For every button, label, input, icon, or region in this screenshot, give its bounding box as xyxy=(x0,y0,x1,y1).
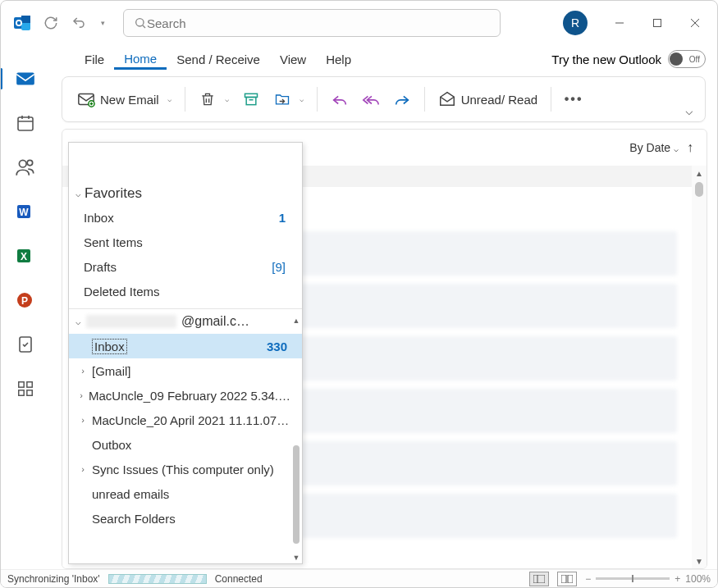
zoom-percent: 100% xyxy=(685,573,711,585)
sync-progress-bar xyxy=(108,574,207,584)
favorite-folder-item[interactable]: Drafts[9] xyxy=(69,254,302,279)
favorite-folder-item[interactable]: Inbox1 xyxy=(69,205,302,230)
tab-view[interactable]: View xyxy=(270,49,316,70)
tab-file[interactable]: File xyxy=(75,49,114,70)
sort-direction-button[interactable]: ↑ xyxy=(687,140,693,155)
account-folder-item[interactable]: ›Sync Issues (This computer only) xyxy=(69,457,302,481)
folder-pane: ⌵ Favorites Inbox1Sent ItemsDrafts[9]Del… xyxy=(68,142,303,564)
rail-todo[interactable] xyxy=(11,330,39,358)
unread-read-button[interactable]: Unread/ Read xyxy=(432,85,544,113)
undo-icon[interactable] xyxy=(68,12,89,34)
svg-rect-18 xyxy=(246,98,256,105)
svg-rect-8 xyxy=(654,20,661,27)
window-controls xyxy=(601,7,714,39)
view-normal-button[interactable] xyxy=(529,572,549,586)
maximize-button[interactable] xyxy=(638,7,676,39)
tab-home[interactable]: Home xyxy=(114,48,167,70)
move-button[interactable]: ⌵ xyxy=(267,85,310,113)
zoom-in-button[interactable]: + xyxy=(675,573,680,585)
new-email-button[interactable]: New Email ⌵ xyxy=(71,85,178,113)
list-scrollbar[interactable]: ▲ ▼ xyxy=(692,166,707,568)
reply-button[interactable] xyxy=(324,85,355,113)
account-folder-item[interactable]: Search Folders xyxy=(69,506,302,531)
unread-read-label: Unread/ Read xyxy=(461,93,537,107)
favorite-folder-item[interactable]: Deleted Items xyxy=(69,279,302,303)
chevron-down-icon: ⌵ xyxy=(75,317,81,327)
scroll-down-icon[interactable]: ▼ xyxy=(692,554,707,568)
favorites-header[interactable]: ⌵ Favorites xyxy=(69,182,302,205)
rail-more-apps[interactable] xyxy=(11,375,39,403)
rail-mail[interactable] xyxy=(11,65,39,93)
sync-icon[interactable] xyxy=(40,12,62,34)
ellipsis-icon: ••• xyxy=(565,90,583,108)
account-name-redacted xyxy=(86,315,176,328)
chevron-down-icon: ⌵ xyxy=(75,189,81,199)
try-new-label: Try the new Outlook xyxy=(551,52,661,66)
rail-excel[interactable]: X xyxy=(11,242,39,270)
scroll-down-icon[interactable]: ▼ xyxy=(290,552,302,563)
account-folder-item[interactable]: ›MacUncle_20 April 2021 11.11.07… xyxy=(69,408,302,432)
favorite-folder-item[interactable]: Sent Items xyxy=(69,230,302,254)
search-box[interactable] xyxy=(123,9,501,37)
more-commands-button[interactable]: ••• xyxy=(558,85,589,113)
try-new-toggle[interactable]: Off xyxy=(668,50,706,68)
user-avatar[interactable]: R xyxy=(563,11,588,35)
app-rail: W X P xyxy=(1,53,50,403)
rail-calendar[interactable] xyxy=(11,109,39,137)
account-folder-item[interactable]: ›MacUncle_09 February 2022 5.34.… xyxy=(69,383,302,408)
account-header[interactable]: ⌵ @gmail.c… xyxy=(69,309,302,334)
view-reading-button[interactable] xyxy=(557,572,577,586)
svg-point-4 xyxy=(17,21,21,25)
qat-customize-caret[interactable]: ▾ xyxy=(96,19,110,27)
svg-line-6 xyxy=(143,25,145,28)
reply-icon xyxy=(331,90,349,108)
svg-rect-21 xyxy=(16,72,34,84)
rail-powerpoint[interactable]: P xyxy=(11,286,39,314)
reply-all-button[interactable] xyxy=(355,85,386,113)
archive-button[interactable] xyxy=(236,85,267,113)
try-new-outlook: Try the new Outlook Off xyxy=(551,50,717,68)
svg-rect-38 xyxy=(19,382,24,387)
scroll-thumb[interactable] xyxy=(293,445,300,544)
trash-icon xyxy=(199,90,217,108)
sync-status-text: Synchronizing 'Inbox' xyxy=(7,573,100,585)
svg-text:P: P xyxy=(21,295,28,307)
scroll-up-icon[interactable]: ▲ xyxy=(290,315,302,326)
tab-help[interactable]: Help xyxy=(316,49,361,70)
account-folder-item[interactable]: Outbox xyxy=(69,432,302,457)
svg-text:X: X xyxy=(21,251,27,262)
scroll-thumb[interactable] xyxy=(695,182,703,197)
svg-rect-42 xyxy=(533,575,545,583)
minimize-button[interactable] xyxy=(601,7,638,39)
account-folder-item[interactable]: unread emails xyxy=(69,481,302,506)
scroll-up-icon[interactable]: ▲ xyxy=(692,166,707,180)
account-folder-item[interactable]: ›[Gmail] xyxy=(69,358,302,383)
zoom-out-button[interactable]: − xyxy=(585,573,591,585)
new-email-label: New Email xyxy=(100,93,159,107)
svg-rect-2 xyxy=(21,16,30,23)
rail-word[interactable]: W xyxy=(11,198,39,226)
svg-text:W: W xyxy=(19,207,29,218)
forward-icon xyxy=(393,90,411,108)
ribbon-commands: New Email ⌵ ⌵ ⌵ Unread/ Read ••• ⌵ xyxy=(62,76,706,122)
new-email-icon xyxy=(77,90,95,108)
ribbon-expand-button[interactable]: ⌵ xyxy=(685,77,697,121)
folder-scrollbar[interactable]: ▲ ▼ xyxy=(290,315,302,563)
rail-people[interactable] xyxy=(11,153,39,181)
close-button[interactable] xyxy=(676,7,714,39)
quick-access-toolbar: ▾ xyxy=(40,12,110,34)
toggle-state-label: Off xyxy=(689,55,700,64)
reply-all-icon xyxy=(362,90,380,108)
svg-rect-45 xyxy=(568,575,573,583)
tab-send-receive[interactable]: Send / Receive xyxy=(167,49,270,70)
delete-button[interactable]: ⌵ xyxy=(192,85,236,113)
zoom-control: − + 100% xyxy=(585,573,711,585)
move-to-folder-icon xyxy=(273,90,291,108)
account-folder-item[interactable]: Inbox330 xyxy=(69,334,302,358)
forward-button[interactable] xyxy=(386,85,418,113)
ribbon-tabs: File Home Send / Receive View Help Try t… xyxy=(1,45,717,73)
search-input[interactable] xyxy=(147,16,490,30)
chevron-down-icon: ⌵ xyxy=(296,95,304,103)
sort-by-button[interactable]: By Date ⌵ xyxy=(629,141,679,154)
zoom-slider[interactable] xyxy=(596,577,670,580)
